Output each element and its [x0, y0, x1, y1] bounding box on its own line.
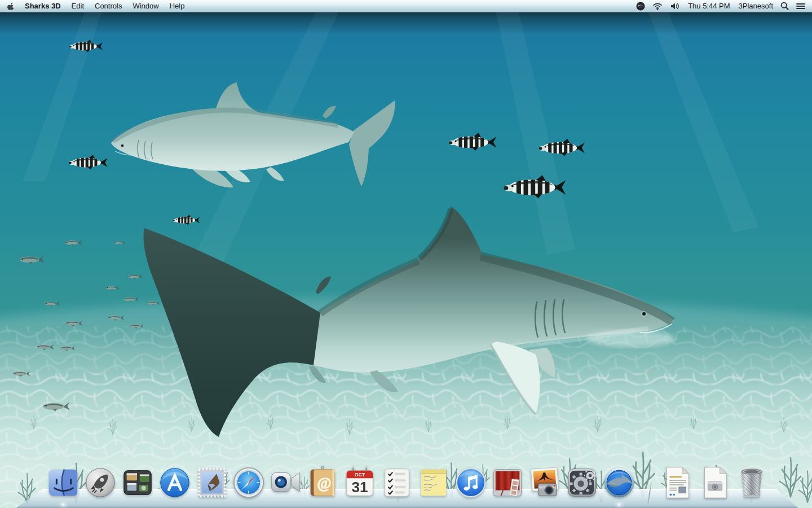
menu-item-controls[interactable]: Controls — [95, 2, 122, 10]
dock-item-calendar[interactable]: OCT31 — [342, 465, 377, 500]
svg-text:31: 31 — [351, 479, 368, 496]
menu-bar-clock[interactable]: Thu 5:44 PM — [688, 2, 730, 10]
menu-item-window[interactable]: Window — [133, 2, 158, 10]
dock-item-app-store[interactable] — [157, 465, 192, 500]
underwater-scene — [0, 12, 812, 508]
dock-item-reminders[interactable] — [379, 465, 414, 500]
notification-center-icon[interactable] — [796, 3, 805, 10]
menu-bar-user[interactable]: 3Planesoft — [739, 2, 773, 10]
dock-item-iphoto[interactable] — [527, 465, 562, 500]
dock-item-notes[interactable] — [416, 465, 451, 500]
running-indicator-sharks-3d — [616, 503, 622, 506]
spotlight-icon[interactable] — [780, 2, 789, 10]
desktop: Sharks 3D EditControlsWindowHelp Thu 5:4… — [0, 0, 812, 508]
dock-item-document-text[interactable] — [659, 465, 694, 500]
menu-bar-left: Sharks 3D EditControlsWindowHelp — [7, 0, 629, 12]
dock-item-system-preferences[interactable] — [564, 465, 599, 500]
menu-items: EditControlsWindowHelp — [72, 2, 196, 10]
menu-bar-right-icons — [773, 2, 805, 10]
menu-item-help[interactable]: Help — [170, 2, 185, 10]
dock-item-document-disk[interactable] — [697, 465, 732, 500]
sharks3d-status-icon[interactable] — [636, 2, 645, 11]
menu-item-edit[interactable]: Edit — [72, 2, 84, 10]
app-menu-title[interactable]: Sharks 3D — [25, 2, 61, 10]
dock-item-finder[interactable] — [46, 465, 81, 500]
wifi-icon[interactable] — [652, 2, 663, 10]
dock-item-mission-control[interactable] — [120, 465, 155, 500]
menu-bar: Sharks 3D EditControlsWindowHelp Thu 5:4… — [0, 0, 812, 12]
dock-item-contacts[interactable]: @ — [305, 465, 340, 500]
dock-item-safari[interactable] — [231, 465, 266, 500]
status-icons — [629, 2, 680, 11]
dock-item-sharks-3d[interactable] — [602, 465, 637, 500]
running-indicator-finder — [60, 503, 66, 506]
dock-item-facetime[interactable] — [268, 465, 303, 500]
apple-logo-icon[interactable] — [7, 1, 15, 11]
volume-icon[interactable] — [670, 2, 680, 10]
svg-text:OCT: OCT — [355, 472, 365, 478]
menu-bar-right: Thu 5:44 PM 3Planesoft — [629, 0, 805, 12]
svg-text:@: @ — [317, 475, 331, 492]
dock-item-launchpad[interactable] — [83, 465, 118, 500]
dock: @OCT31 — [0, 459, 812, 508]
dock-item-photo-booth[interactable] — [490, 465, 525, 500]
dock-item-itunes[interactable] — [453, 465, 488, 500]
dock-item-trash[interactable] — [734, 465, 769, 500]
dock-item-mail[interactable] — [195, 465, 230, 500]
